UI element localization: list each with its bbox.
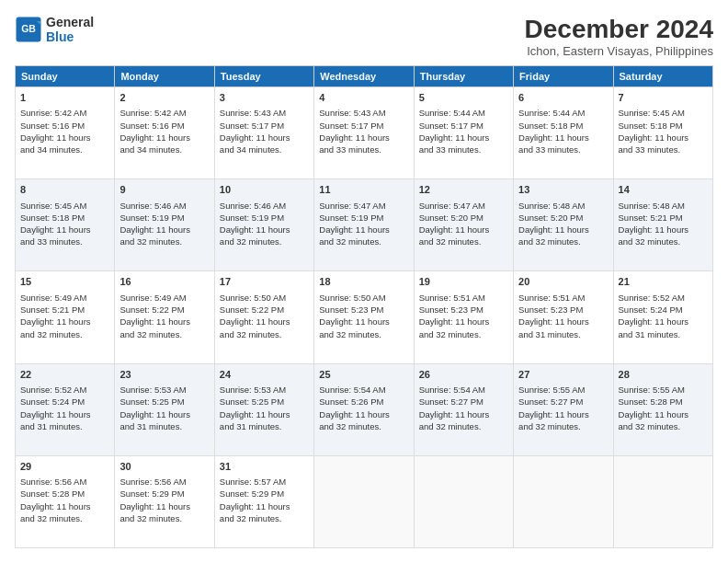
day-info: Sunrise: 5:48 AM bbox=[518, 200, 608, 212]
day-info: Daylight: 11 hours bbox=[20, 408, 109, 420]
day-info: Daylight: 11 hours bbox=[119, 500, 209, 512]
day-info: Sunrise: 5:47 AM bbox=[419, 200, 508, 212]
day-info: Sunset: 5:17 PM bbox=[419, 120, 508, 132]
day-info: and 31 minutes. bbox=[518, 328, 608, 340]
day-info: Sunset: 5:26 PM bbox=[319, 396, 408, 408]
day-info: and 32 minutes. bbox=[119, 512, 209, 524]
day-info: and 32 minutes. bbox=[20, 512, 109, 524]
table-cell: 10Sunrise: 5:46 AMSunset: 5:19 PMDayligh… bbox=[214, 179, 313, 271]
day-info: Sunrise: 5:52 AM bbox=[619, 292, 708, 304]
table-cell bbox=[414, 455, 513, 547]
day-info: Sunset: 5:22 PM bbox=[119, 304, 209, 316]
col-monday: Monday bbox=[115, 66, 214, 87]
day-info: and 32 minutes. bbox=[319, 236, 408, 247]
col-sunday: Sunday bbox=[16, 66, 115, 87]
day-info: Sunset: 5:17 PM bbox=[319, 120, 408, 132]
day-number: 14 bbox=[619, 183, 708, 197]
day-info: and 32 minutes. bbox=[619, 236, 708, 247]
day-info: Sunset: 5:18 PM bbox=[20, 212, 109, 224]
day-info: Daylight: 11 hours bbox=[119, 408, 209, 420]
table-cell: 24Sunrise: 5:53 AMSunset: 5:25 PMDayligh… bbox=[214, 363, 313, 455]
day-number: 21 bbox=[619, 275, 708, 289]
day-info: and 33 minutes. bbox=[518, 144, 608, 155]
col-friday: Friday bbox=[514, 66, 613, 87]
table-cell: 27Sunrise: 5:55 AMSunset: 5:27 PMDayligh… bbox=[514, 363, 613, 455]
day-number: 9 bbox=[119, 183, 209, 197]
day-info: Sunrise: 5:53 AM bbox=[119, 384, 209, 396]
day-number: 4 bbox=[319, 91, 408, 105]
day-info: Daylight: 11 hours bbox=[220, 132, 309, 144]
day-number: 15 bbox=[20, 275, 109, 289]
day-info: Daylight: 11 hours bbox=[619, 316, 708, 327]
day-info: Sunset: 5:20 PM bbox=[518, 212, 608, 224]
day-info: Daylight: 11 hours bbox=[619, 408, 708, 420]
day-number: 20 bbox=[518, 275, 608, 289]
day-info: Daylight: 11 hours bbox=[119, 316, 209, 327]
day-info: Sunset: 5:25 PM bbox=[220, 396, 309, 408]
day-info: Daylight: 11 hours bbox=[518, 408, 608, 420]
table-cell bbox=[613, 455, 712, 547]
table-cell: 15Sunrise: 5:49 AMSunset: 5:21 PMDayligh… bbox=[16, 271, 115, 363]
day-info: Sunrise: 5:57 AM bbox=[220, 476, 309, 488]
day-info: Sunrise: 5:49 AM bbox=[20, 292, 109, 304]
day-info: Sunrise: 5:55 AM bbox=[518, 384, 608, 396]
day-info: and 32 minutes. bbox=[220, 328, 309, 340]
day-number: 3 bbox=[220, 91, 309, 105]
table-cell: 28Sunrise: 5:55 AMSunset: 5:28 PMDayligh… bbox=[613, 363, 712, 455]
day-info: Daylight: 11 hours bbox=[619, 224, 708, 236]
day-info: Sunrise: 5:50 AM bbox=[319, 292, 408, 304]
day-info: and 32 minutes. bbox=[319, 420, 408, 432]
calendar-week-row: 8Sunrise: 5:45 AMSunset: 5:18 PMDaylight… bbox=[16, 179, 713, 271]
table-cell: 3Sunrise: 5:43 AMSunset: 5:17 PMDaylight… bbox=[214, 87, 313, 179]
table-cell: 11Sunrise: 5:47 AMSunset: 5:19 PMDayligh… bbox=[314, 179, 414, 271]
day-info: Sunset: 5:23 PM bbox=[518, 304, 608, 316]
day-info: Sunset: 5:23 PM bbox=[319, 304, 408, 316]
day-number: 25 bbox=[319, 368, 408, 382]
day-info: and 32 minutes. bbox=[220, 512, 309, 524]
table-cell: 17Sunrise: 5:50 AMSunset: 5:22 PMDayligh… bbox=[214, 271, 313, 363]
table-cell: 22Sunrise: 5:52 AMSunset: 5:24 PMDayligh… bbox=[16, 363, 115, 455]
logo: GB General Blue bbox=[15, 15, 94, 44]
day-info: Sunset: 5:24 PM bbox=[619, 304, 708, 316]
day-info: Sunrise: 5:56 AM bbox=[20, 476, 109, 488]
day-info: and 32 minutes. bbox=[518, 420, 608, 432]
day-info: and 33 minutes. bbox=[619, 144, 708, 155]
day-info: Daylight: 11 hours bbox=[20, 132, 109, 144]
day-info: Daylight: 11 hours bbox=[319, 132, 408, 144]
day-info: Sunset: 5:17 PM bbox=[220, 120, 309, 132]
day-info: Daylight: 11 hours bbox=[20, 316, 109, 327]
day-info: and 34 minutes. bbox=[20, 144, 109, 155]
day-number: 22 bbox=[20, 368, 109, 382]
table-cell: 16Sunrise: 5:49 AMSunset: 5:22 PMDayligh… bbox=[115, 271, 214, 363]
day-info: Sunset: 5:27 PM bbox=[518, 396, 608, 408]
day-info: and 32 minutes. bbox=[319, 328, 408, 340]
day-number: 29 bbox=[20, 460, 109, 474]
day-info: Daylight: 11 hours bbox=[220, 500, 309, 512]
day-info: and 32 minutes. bbox=[619, 420, 708, 432]
day-info: Sunrise: 5:46 AM bbox=[220, 200, 309, 212]
day-number: 30 bbox=[119, 460, 209, 474]
calendar-week-row: 29Sunrise: 5:56 AMSunset: 5:28 PMDayligh… bbox=[16, 455, 713, 547]
calendar-week-row: 1Sunrise: 5:42 AMSunset: 5:16 PMDaylight… bbox=[16, 87, 713, 179]
day-number: 19 bbox=[419, 275, 508, 289]
day-number: 5 bbox=[419, 91, 508, 105]
day-info: Sunset: 5:16 PM bbox=[20, 120, 109, 132]
day-info: Daylight: 11 hours bbox=[119, 224, 209, 236]
day-info: Sunrise: 5:43 AM bbox=[319, 107, 408, 119]
day-info: Sunrise: 5:54 AM bbox=[419, 384, 508, 396]
table-cell: 19Sunrise: 5:51 AMSunset: 5:23 PMDayligh… bbox=[414, 271, 513, 363]
table-cell: 20Sunrise: 5:51 AMSunset: 5:23 PMDayligh… bbox=[514, 271, 613, 363]
day-info: Sunset: 5:20 PM bbox=[419, 212, 508, 224]
day-info: Sunset: 5:21 PM bbox=[619, 212, 708, 224]
day-info: Sunrise: 5:42 AM bbox=[20, 107, 109, 119]
col-saturday: Saturday bbox=[613, 66, 712, 87]
col-thursday: Thursday bbox=[414, 66, 513, 87]
day-info: Sunset: 5:28 PM bbox=[20, 488, 109, 500]
day-info: Daylight: 11 hours bbox=[518, 224, 608, 236]
day-info: Sunrise: 5:51 AM bbox=[518, 292, 608, 304]
day-info: Daylight: 11 hours bbox=[319, 224, 408, 236]
day-info: Daylight: 11 hours bbox=[419, 316, 508, 327]
table-cell: 25Sunrise: 5:54 AMSunset: 5:26 PMDayligh… bbox=[314, 363, 414, 455]
day-number: 23 bbox=[119, 368, 209, 382]
table-cell: 9Sunrise: 5:46 AMSunset: 5:19 PMDaylight… bbox=[115, 179, 214, 271]
